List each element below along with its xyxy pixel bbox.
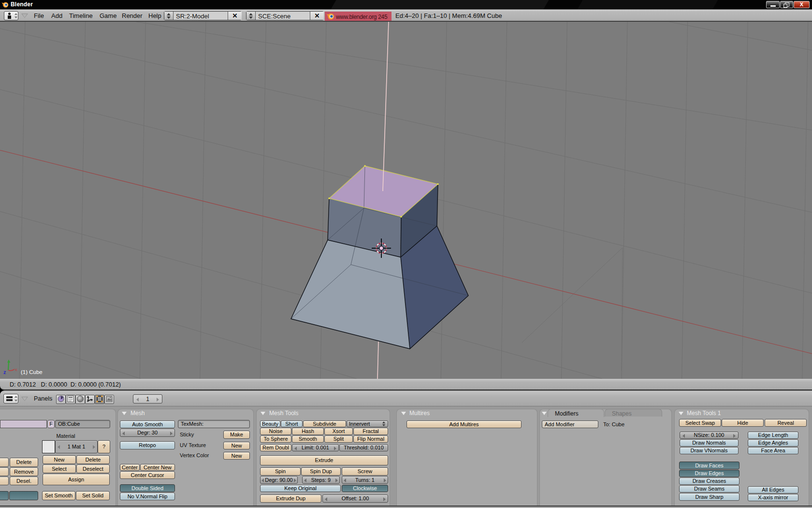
svg-text:z: z: [3, 369, 6, 375]
svg-text:x: x: [15, 367, 17, 372]
svg-text:(1) Cube: (1) Cube: [21, 369, 43, 375]
